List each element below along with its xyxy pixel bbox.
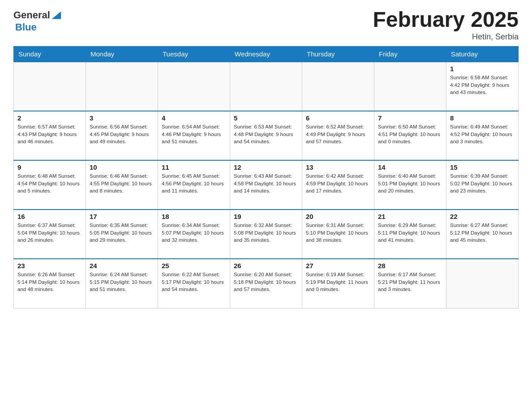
day-number: 27 [306,262,370,270]
calendar-cell [302,62,374,111]
calendar-week-row: 9Sunrise: 6:48 AM Sunset: 4:54 PM Daylig… [14,160,519,210]
day-info: Sunrise: 6:54 AM Sunset: 4:46 PM Dayligh… [162,123,226,146]
calendar-cell [158,62,230,111]
calendar-cell: 18Sunrise: 6:34 AM Sunset: 5:07 PM Dayli… [158,210,230,259]
day-info: Sunrise: 6:49 AM Sunset: 4:52 PM Dayligh… [450,123,515,146]
day-info: Sunrise: 6:31 AM Sunset: 5:10 PM Dayligh… [306,222,370,244]
calendar-cell: 7Sunrise: 6:50 AM Sunset: 4:51 PM Daylig… [374,111,446,160]
day-number: 22 [450,213,515,220]
day-number: 18 [162,213,226,220]
day-number: 5 [234,114,298,122]
day-number: 23 [17,262,82,270]
day-number: 20 [306,213,370,220]
calendar-week-row: 23Sunrise: 6:26 AM Sunset: 5:14 PM Dayli… [14,259,519,308]
calendar-header-saturday: Saturday [446,47,519,62]
calendar-cell: 27Sunrise: 6:19 AM Sunset: 5:19 PM Dayli… [302,259,374,308]
day-info: Sunrise: 6:40 AM Sunset: 5:01 PM Dayligh… [378,172,442,195]
calendar-header-tuesday: Tuesday [158,47,230,62]
calendar-cell: 25Sunrise: 6:22 AM Sunset: 5:17 PM Dayli… [158,259,230,308]
day-info: Sunrise: 6:57 AM Sunset: 4:43 PM Dayligh… [17,123,82,146]
day-number: 8 [450,114,515,122]
calendar-cell: 15Sunrise: 6:39 AM Sunset: 5:02 PM Dayli… [446,160,519,210]
calendar-cell: 22Sunrise: 6:27 AM Sunset: 5:12 PM Dayli… [446,210,519,259]
location: Hetin, Serbia [373,32,519,42]
calendar-table: SundayMondayTuesdayWednesdayThursdayFrid… [13,46,519,308]
calendar-cell: 5Sunrise: 6:53 AM Sunset: 4:48 PM Daylig… [230,111,302,160]
calendar-cell [230,62,302,111]
day-info: Sunrise: 6:56 AM Sunset: 4:45 PM Dayligh… [90,123,154,146]
day-info: Sunrise: 6:53 AM Sunset: 4:48 PM Dayligh… [234,123,298,146]
day-info: Sunrise: 6:43 AM Sunset: 4:58 PM Dayligh… [234,172,298,195]
day-info: Sunrise: 6:24 AM Sunset: 5:15 PM Dayligh… [90,271,154,293]
calendar-week-row: 16Sunrise: 6:37 AM Sunset: 5:04 PM Dayli… [14,210,519,259]
day-info: Sunrise: 6:45 AM Sunset: 4:56 PM Dayligh… [162,172,226,195]
day-number: 9 [17,163,82,171]
calendar-cell: 14Sunrise: 6:40 AM Sunset: 5:01 PM Dayli… [374,160,446,210]
day-info: Sunrise: 6:37 AM Sunset: 5:04 PM Dayligh… [17,222,82,244]
calendar-cell: 21Sunrise: 6:29 AM Sunset: 5:11 PM Dayli… [374,210,446,259]
calendar-cell: 24Sunrise: 6:24 AM Sunset: 5:15 PM Dayli… [86,259,158,308]
calendar-cell [374,62,446,111]
day-number: 3 [90,114,154,122]
day-number: 6 [306,114,370,122]
day-number: 14 [378,163,442,171]
day-number: 2 [17,114,82,122]
page-header: General Blue February 2025 Hetin, Serbia [13,9,519,42]
day-number: 19 [234,213,298,220]
day-number: 26 [234,262,298,270]
calendar-cell: 11Sunrise: 6:45 AM Sunset: 4:56 PM Dayli… [158,160,230,210]
day-info: Sunrise: 6:35 AM Sunset: 5:05 PM Dayligh… [90,222,154,244]
calendar-header-friday: Friday [374,47,446,62]
day-info: Sunrise: 6:48 AM Sunset: 4:54 PM Dayligh… [17,172,82,195]
logo-text-general: General [13,9,50,21]
calendar-cell [86,62,158,111]
calendar-cell: 28Sunrise: 6:17 AM Sunset: 5:21 PM Dayli… [374,259,446,308]
title-area: February 2025 Hetin, Serbia [373,9,519,42]
calendar-cell: 6Sunrise: 6:52 AM Sunset: 4:49 PM Daylig… [302,111,374,160]
logo-text-blue: Blue [15,21,37,33]
logo: General Blue [13,9,63,33]
day-info: Sunrise: 6:20 AM Sunset: 5:18 PM Dayligh… [234,271,298,293]
day-info: Sunrise: 6:26 AM Sunset: 5:14 PM Dayligh… [17,271,82,293]
day-info: Sunrise: 6:50 AM Sunset: 4:51 PM Dayligh… [378,123,442,146]
day-info: Sunrise: 6:19 AM Sunset: 5:19 PM Dayligh… [306,271,370,293]
day-info: Sunrise: 6:22 AM Sunset: 5:17 PM Dayligh… [162,271,226,293]
calendar-cell: 13Sunrise: 6:42 AM Sunset: 4:59 PM Dayli… [302,160,374,210]
day-number: 13 [306,163,370,171]
day-number: 1 [450,65,515,73]
day-info: Sunrise: 6:27 AM Sunset: 5:12 PM Dayligh… [450,222,515,244]
day-number: 16 [17,213,82,220]
day-info: Sunrise: 6:32 AM Sunset: 5:08 PM Dayligh… [234,222,298,244]
day-number: 4 [162,114,226,122]
day-info: Sunrise: 6:52 AM Sunset: 4:49 PM Dayligh… [306,123,370,146]
calendar-cell: 8Sunrise: 6:49 AM Sunset: 4:52 PM Daylig… [446,111,519,160]
calendar-header-sunday: Sunday [14,47,86,62]
calendar-cell: 9Sunrise: 6:48 AM Sunset: 4:54 PM Daylig… [14,160,86,210]
calendar-week-row: 1Sunrise: 6:58 AM Sunset: 4:42 PM Daylig… [14,62,519,111]
logo-triangle-icon [50,9,63,21]
day-number: 7 [378,114,442,122]
calendar-cell: 16Sunrise: 6:37 AM Sunset: 5:04 PM Dayli… [14,210,86,259]
day-number: 17 [90,213,154,220]
calendar-header-monday: Monday [86,47,158,62]
calendar-cell: 4Sunrise: 6:54 AM Sunset: 4:46 PM Daylig… [158,111,230,160]
day-info: Sunrise: 6:17 AM Sunset: 5:21 PM Dayligh… [378,271,442,293]
day-number: 21 [378,213,442,220]
calendar-cell: 26Sunrise: 6:20 AM Sunset: 5:18 PM Dayli… [230,259,302,308]
calendar-cell: 12Sunrise: 6:43 AM Sunset: 4:58 PM Dayli… [230,160,302,210]
calendar-cell: 2Sunrise: 6:57 AM Sunset: 4:43 PM Daylig… [14,111,86,160]
calendar-cell: 20Sunrise: 6:31 AM Sunset: 5:10 PM Dayli… [302,210,374,259]
calendar-cell: 10Sunrise: 6:46 AM Sunset: 4:55 PM Dayli… [86,160,158,210]
calendar-header-row: SundayMondayTuesdayWednesdayThursdayFrid… [14,47,519,62]
day-info: Sunrise: 6:39 AM Sunset: 5:02 PM Dayligh… [450,172,515,195]
calendar-header-thursday: Thursday [302,47,374,62]
day-info: Sunrise: 6:58 AM Sunset: 4:42 PM Dayligh… [450,74,515,96]
calendar-cell [14,62,86,111]
month-title: February 2025 [373,9,519,30]
calendar-cell: 19Sunrise: 6:32 AM Sunset: 5:08 PM Dayli… [230,210,302,259]
calendar-cell: 17Sunrise: 6:35 AM Sunset: 5:05 PM Dayli… [86,210,158,259]
day-number: 25 [162,262,226,270]
day-info: Sunrise: 6:34 AM Sunset: 5:07 PM Dayligh… [162,222,226,244]
day-info: Sunrise: 6:46 AM Sunset: 4:55 PM Dayligh… [90,172,154,195]
calendar-cell: 23Sunrise: 6:26 AM Sunset: 5:14 PM Dayli… [14,259,86,308]
